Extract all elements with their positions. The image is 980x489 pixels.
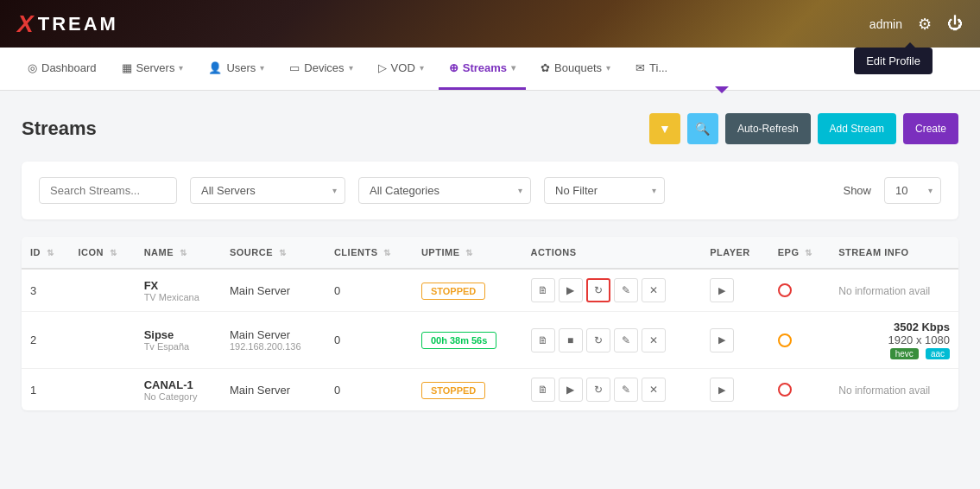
row-icon — [70, 312, 136, 369]
table-header-row: ID ⇅ ICON ⇅ NAME ⇅ SOURCE ⇅ CLIENTS ⇅ UP… — [22, 237, 958, 269]
action-play-button[interactable]: ▶ — [559, 378, 583, 402]
logo: X TREAM — [17, 10, 118, 38]
uptime-sort-icon: ⇅ — [465, 248, 473, 257]
action-edit-button[interactable]: ✎ — [614, 378, 638, 402]
nav-item-tickets[interactable]: ✉ Ti... — [625, 48, 678, 90]
action-buttons: 🗎 ▶ ↻ ✎ ✕ — [531, 378, 693, 402]
nav-label-servers: Servers — [136, 61, 175, 74]
logo-x: X — [17, 10, 36, 38]
action-file-button[interactable]: 🗎 — [531, 328, 555, 352]
codec-hevc: hevc — [890, 348, 919, 359]
row-name: CANAL-1 No Category — [136, 369, 221, 411]
row-source: Main Server 192.168.200.136 — [221, 312, 326, 369]
row-source: Main Server — [221, 369, 326, 411]
auto-refresh-button[interactable]: Auto-Refresh — [725, 113, 811, 144]
show-label: Show — [843, 184, 871, 197]
all-categories-wrapper: All Categories ▾ — [358, 177, 531, 204]
table-row: 2 Sipse Tv España Main Server 192.168.20… — [22, 312, 958, 369]
row-epg — [769, 369, 831, 411]
row-name: Sipse Tv España — [136, 312, 221, 369]
action-play-button[interactable]: ▶ — [559, 278, 583, 302]
servers-icon: ▦ — [122, 61, 132, 74]
action-buttons: 🗎 ■ ↻ ✎ ✕ — [531, 328, 693, 352]
servers-chevron: ▾ — [179, 63, 183, 73]
all-servers-select[interactable]: All Servers Main Server — [190, 177, 345, 204]
uptime-badge-stopped: STOPPED — [421, 283, 485, 300]
bouquets-icon: ✿ — [541, 61, 550, 74]
nav-item-devices[interactable]: ▭ Devices ▾ — [279, 48, 363, 90]
show-count-select[interactable]: 10 25 50 100 — [884, 177, 941, 204]
stream-sub: Tv España — [144, 341, 212, 352]
dashboard-icon: ◎ — [28, 61, 37, 74]
stream-sub: No Category — [144, 391, 212, 402]
streams-chevron: ▾ — [511, 63, 515, 73]
page-actions: ▼ 🔍 Auto-Refresh Add Stream Create — [649, 113, 958, 144]
nav-label-tickets: Ti... — [649, 61, 667, 74]
row-clients: 0 — [326, 269, 413, 312]
users-chevron: ▾ — [260, 63, 264, 73]
col-name: NAME ⇅ — [136, 237, 221, 269]
table-row: 3 FX TV Mexicana Main Server 0 STOPPED — [22, 269, 958, 312]
nav-item-vod[interactable]: ▷ VOD ▾ — [368, 48, 434, 90]
action-delete-button[interactable]: ✕ — [642, 378, 666, 402]
nav-item-bouquets[interactable]: ✿ Bouquets ▾ — [530, 48, 621, 90]
action-file-button[interactable]: 🗎 — [531, 378, 555, 402]
row-actions: 🗎 ▶ ↻ ✎ ✕ — [522, 269, 702, 312]
source-name: Main Server — [230, 328, 317, 341]
page-title: Streams — [22, 117, 97, 140]
codec-aac: aac — [926, 348, 950, 359]
icon-sort-icon: ⇅ — [110, 248, 117, 257]
source-name: Main Server — [230, 284, 317, 297]
streams-table-container: ID ⇅ ICON ⇅ NAME ⇅ SOURCE ⇅ CLIENTS ⇅ UP… — [22, 237, 958, 410]
nav-label-streams: Streams — [463, 61, 507, 74]
gear-icon[interactable]: ⚙ — [918, 15, 932, 34]
devices-chevron: ▾ — [349, 63, 353, 73]
player-play-button[interactable]: ▶ — [710, 328, 734, 352]
row-uptime: 00h 38m 56s — [413, 312, 522, 369]
row-uptime: STOPPED — [413, 269, 522, 312]
nav-active-arrow — [0, 89, 980, 96]
no-filter-select[interactable]: No Filter — [544, 177, 665, 204]
player-play-button[interactable]: ▶ — [710, 278, 734, 302]
nav-item-users[interactable]: 👤 Users ▾ — [198, 48, 275, 90]
row-id: 1 — [22, 369, 70, 411]
create-button[interactable]: Create — [903, 113, 958, 144]
action-refresh-button[interactable]: ↻ — [586, 278, 610, 302]
logo-text: TREAM — [38, 13, 118, 35]
search-button[interactable]: 🔍 — [687, 113, 718, 144]
nav-item-streams[interactable]: ⊕ Streams ▾ — [439, 48, 526, 90]
nav-item-servers[interactable]: ▦ Servers ▾ — [111, 48, 194, 90]
nav-item-dashboard[interactable]: ◎ Dashboard — [17, 48, 107, 90]
source-sort-icon: ⇅ — [279, 248, 287, 257]
stream-sub: TV Mexicana — [144, 292, 212, 302]
clients-sort-icon: ⇅ — [383, 248, 391, 257]
add-stream-button[interactable]: Add Stream — [818, 113, 896, 144]
uptime-badge-stopped: STOPPED — [421, 382, 485, 399]
nav-label-users: Users — [226, 61, 256, 74]
show-count-wrapper: 10 25 50 100 ▾ — [884, 177, 941, 204]
filter-button[interactable]: ▼ — [649, 113, 680, 144]
table-row: 1 CANAL-1 No Category Main Server 0 STOP… — [22, 369, 958, 411]
action-stop-button[interactable]: ■ — [559, 328, 583, 352]
action-refresh-button[interactable]: ↻ — [586, 378, 610, 402]
epg-circle-orange — [778, 333, 792, 347]
action-edit-button[interactable]: ✎ — [614, 278, 638, 302]
edit-profile-tooltip: Edit Profile — [854, 48, 933, 74]
action-delete-button[interactable]: ✕ — [642, 278, 666, 302]
vod-icon: ▷ — [378, 61, 387, 74]
action-file-button[interactable]: 🗎 — [531, 278, 555, 302]
action-edit-button[interactable]: ✎ — [614, 328, 638, 352]
id-sort-icon: ⇅ — [47, 248, 54, 257]
row-icon — [70, 369, 136, 411]
player-play-button[interactable]: ▶ — [710, 378, 734, 402]
col-epg: EPG ⇅ — [769, 237, 831, 269]
action-refresh-button[interactable]: ↻ — [586, 328, 610, 352]
search-streams-input[interactable] — [39, 177, 177, 204]
all-categories-select[interactable]: All Categories — [358, 177, 531, 204]
row-source: Main Server — [221, 269, 326, 312]
stream-kbps: 3502 Kbps — [838, 321, 950, 333]
nav-label-devices: Devices — [304, 61, 344, 74]
header-username: admin — [869, 17, 902, 31]
action-delete-button[interactable]: ✕ — [642, 328, 666, 352]
power-icon[interactable]: ⏻ — [947, 15, 963, 33]
